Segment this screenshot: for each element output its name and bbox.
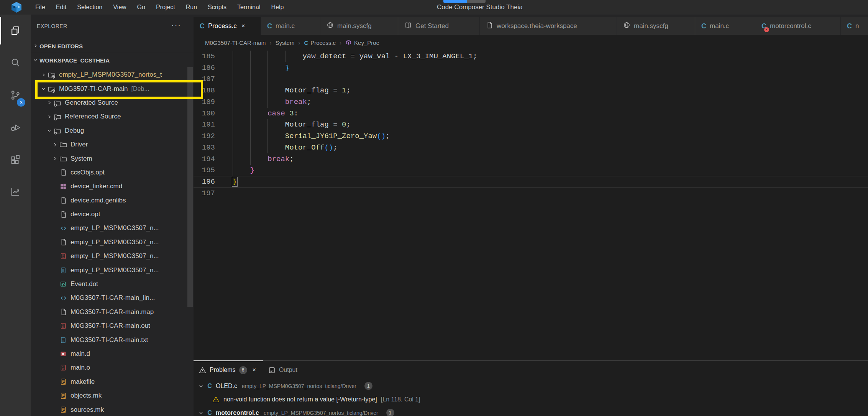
tree-item-referenced-source[interactable]: Referenced Source xyxy=(31,110,194,123)
tree-item-label: empty_LP_MSPM0G3507_n... xyxy=(71,224,159,232)
more-actions-icon[interactable]: ··· xyxy=(171,21,181,30)
breadcrumb: M0G3507-TI-CAR-main›System›CProcess.c›Ke… xyxy=(194,35,868,51)
code-text: break; xyxy=(221,96,868,108)
problem-file-oled-c[interactable]: COLED.cempty_LP_MSPM0G3507_nortos_ticlan… xyxy=(194,379,868,393)
section-open-editors[interactable]: OPEN EDITORS xyxy=(31,39,194,53)
tree-item-m0g3507-ti-car-main-map[interactable]: M0G3507-TI-CAR-main.map xyxy=(31,305,194,319)
menu-terminal[interactable]: Terminal xyxy=(232,0,266,15)
tab-main-syscfg[interactable]: main.syscfg xyxy=(617,17,695,35)
tree-item-m0g3507-ti-car-main-txt[interactable]: M0G3507-TI-CAR-main.txt xyxy=(31,333,194,347)
close-icon[interactable]: × xyxy=(253,367,256,373)
tree-item-main-o[interactable]: 0110main.o xyxy=(31,361,194,375)
code-line-192: 192 Serial_JY61P_Zero_Yaw(); xyxy=(194,130,868,142)
breadcrumb-label: Process.c xyxy=(310,39,336,46)
tree-item-m0g3507-ti-car-main-lin-[interactable]: M0G3507-TI-CAR-main_lin... xyxy=(31,291,194,305)
menu-file[interactable]: File xyxy=(30,0,51,15)
tree-item-label: System xyxy=(71,155,92,163)
breadcrumb-label: System xyxy=(275,39,294,46)
problem-file-motorcontrol-c[interactable]: Cmotorcontrol.cempty_LP_MSPM0G3507_norto… xyxy=(194,406,868,416)
problem-file-name: OLED.c xyxy=(216,383,237,390)
menu-view[interactable]: View xyxy=(108,0,131,15)
tree-item-label: M0G3507-TI-CAR-main.txt xyxy=(71,336,148,344)
tree-item-driver[interactable]: Driver xyxy=(31,138,194,151)
code-text: } xyxy=(221,165,868,176)
tree-item-m0g3507-ti-car-main[interactable]: M0G3507-TI-CAR-main[Deb... xyxy=(31,82,194,95)
token: Serial_JY61P_Zero_Yaw xyxy=(285,132,377,140)
panel-tab-problems[interactable]: Problems6× xyxy=(194,361,263,379)
code-line-186: 186 } xyxy=(194,62,868,74)
tree-item-sources-mk[interactable]: sources.mk xyxy=(31,403,194,416)
breadcrumb-label: M0G3507-TI-CAR-main xyxy=(205,39,266,46)
tree-item-label: sources.mk xyxy=(71,406,104,414)
problem-warning-row[interactable]: non-void function does not return a valu… xyxy=(194,393,868,406)
indent-guide xyxy=(233,119,233,131)
line-number: 190 xyxy=(194,109,221,118)
menu-project[interactable]: Project xyxy=(151,0,180,15)
token: ; xyxy=(289,155,294,163)
tree-item-objects-mk[interactable]: objects.mk xyxy=(31,389,194,403)
tree-item-debug[interactable]: Debug xyxy=(31,124,194,138)
tab-motorcontrol-c[interactable]: C×motorcontrol.c xyxy=(755,17,841,35)
c-file-icon: C xyxy=(847,22,852,30)
tree-item-ccsobjs-opt[interactable]: ccsObjs.opt xyxy=(31,166,194,179)
problem-count-badge: 1 xyxy=(386,409,394,416)
section-workspace[interactable]: WORKSPACE_CCSTHEIA xyxy=(31,54,194,67)
menu-edit[interactable]: Edit xyxy=(51,0,72,15)
tree-item-empty-lp-mspm0g3507-nortos-t[interactable]: empty_LP_MSPM0G3507_nortos_t xyxy=(31,68,194,82)
code-icon xyxy=(59,224,68,232)
tab-get-started[interactable]: Get Started xyxy=(398,17,480,35)
activity-search[interactable] xyxy=(0,47,31,79)
svg-text:10: 10 xyxy=(62,256,64,258)
tree-item-empty-lp-mspm0g3507-n-[interactable]: empty_LP_MSPM0G3507_n... xyxy=(31,235,194,249)
token xyxy=(233,166,250,174)
chevron-right-icon xyxy=(45,114,53,119)
breadcrumb-m0g3507-ti-car-main[interactable]: M0G3507-TI-CAR-main xyxy=(205,39,266,46)
tree-item-event-dot[interactable]: Event.dot xyxy=(31,277,194,291)
close-icon[interactable]: × xyxy=(241,22,245,30)
tab-workspace-theia-workspace[interactable]: workspace.theia-workspace xyxy=(480,17,617,35)
breadcrumb-key-proc[interactable]: Key_Proc xyxy=(345,39,379,46)
tree-item-m0g3507-ti-car-main-out[interactable]: 0110M0G3507-TI-CAR-main.out xyxy=(31,319,194,333)
tree-item-empty-lp-mspm0g3507-n-[interactable]: empty_LP_MSPM0G3507_n... xyxy=(31,263,194,277)
tree-item-device-cmd-genlibs[interactable]: device.cmd.genlibs xyxy=(31,194,194,207)
tree-item-generated-source[interactable]: Generated Source xyxy=(31,96,194,110)
tab-main-syscfg[interactable]: main.syscfg xyxy=(320,17,398,35)
explorer-scrollbar[interactable] xyxy=(187,67,193,307)
token: ) xyxy=(329,143,333,152)
tab-process-c[interactable]: CProcess.c× xyxy=(194,17,261,35)
menu-go[interactable]: Go xyxy=(132,0,151,15)
problems-list: COLED.cempty_LP_MSPM0G3507_nortos_ticlan… xyxy=(194,379,868,416)
tree-item-makefile[interactable]: makefile xyxy=(31,375,194,389)
breadcrumb-system[interactable]: System xyxy=(275,39,294,46)
activity-source-control[interactable]: 3 xyxy=(0,79,31,111)
activity-explorer[interactable] xyxy=(0,15,31,47)
code-editor[interactable]: 185 yaw_detect = yaw_val - LX_3_IMU_ANGE… xyxy=(194,51,868,360)
problem-file-path: empty_LP_MSPM0G3507_nortos_ticlang/Drive… xyxy=(242,383,356,389)
activity-analysis[interactable] xyxy=(0,176,31,208)
menu-scripts[interactable]: Scripts xyxy=(202,0,232,15)
tab-n[interactable]: Cn xyxy=(841,17,868,35)
tree-item-main-d[interactable]: main.d xyxy=(31,347,194,361)
tree-item-device-opt[interactable]: device.opt xyxy=(31,207,194,221)
tree-item-empty-lp-mspm0g3507-n-[interactable]: empty_LP_MSPM0G3507_n... xyxy=(31,221,194,235)
tree-item-system[interactable]: System xyxy=(31,151,194,165)
line-number: 194 xyxy=(194,155,221,163)
panel-tab-output[interactable]: Output xyxy=(263,361,304,379)
indent-guide xyxy=(233,142,233,153)
tab-main-c[interactable]: Cmain.c xyxy=(695,17,755,35)
activity-run-debug[interactable] xyxy=(0,111,31,143)
warning-message: non-void function does not return a valu… xyxy=(223,396,377,403)
breadcrumb-process-c[interactable]: CProcess.c xyxy=(304,39,336,46)
tree-item-empty-lp-mspm0g3507-n-[interactable]: 0110empty_LP_MSPM0G3507_n... xyxy=(31,249,194,263)
line-number: 188 xyxy=(194,86,221,95)
menu-run[interactable]: Run xyxy=(180,0,202,15)
activity-extensions[interactable] xyxy=(0,143,31,176)
panel-tab-label: Output xyxy=(279,367,297,373)
c-file-icon: C xyxy=(267,22,272,30)
indent-guide xyxy=(250,85,251,96)
tree-item-device-linker-cmd[interactable]: device_linker.cmd xyxy=(31,179,194,193)
code-line-188: 188 Motor_flag = 1; xyxy=(194,85,868,96)
menu-selection[interactable]: Selection xyxy=(72,0,108,15)
menu-help[interactable]: Help xyxy=(266,0,289,15)
tab-main-c[interactable]: Cmain.c xyxy=(261,17,320,35)
